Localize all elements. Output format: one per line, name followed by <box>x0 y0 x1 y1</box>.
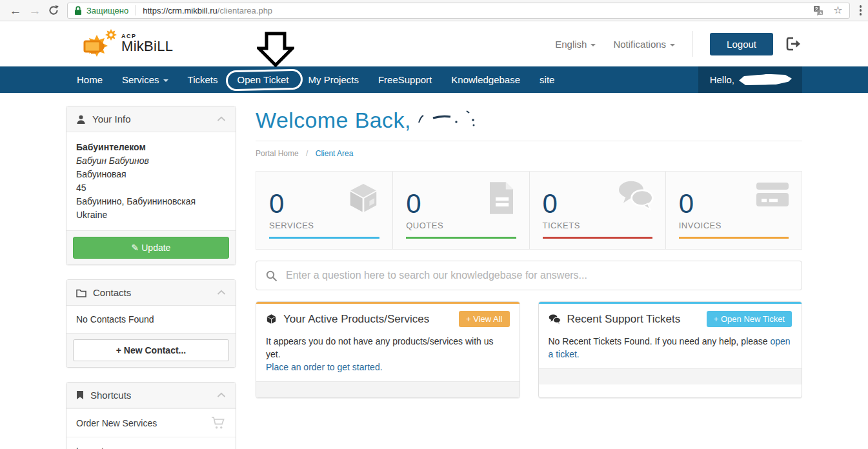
logout-button[interactable]: Logout <box>710 33 773 55</box>
folder-icon <box>76 288 86 297</box>
breadcrumb-portal-home[interactable]: Portal Home <box>256 149 299 158</box>
chevron-up-icon[interactable] <box>217 290 226 295</box>
lock-icon[interactable] <box>74 6 82 15</box>
breadcrumb: Portal Home / Client Area <box>256 149 802 158</box>
url-path: /clientarea.php <box>217 6 272 15</box>
recent-tickets-panel: Recent Support Tickets + Open New Ticket… <box>538 301 803 398</box>
sidebar: Your Info Бабуинтелеком Бабуин Бабуинов … <box>66 93 236 449</box>
update-button[interactable]: ✎ Update <box>73 237 229 259</box>
stat-label: SERVICES <box>269 221 379 230</box>
document-icon <box>485 181 518 218</box>
products-panel-title: Your Active Products/Services <box>283 313 429 326</box>
chevron-down-icon <box>670 44 675 46</box>
back-arrow-icon: ← <box>213 444 226 449</box>
shortcut-logout[interactable]: Logout ← <box>66 437 236 449</box>
client-address: Бабуиновая <box>76 168 226 181</box>
your-info-title: Your Info <box>92 114 131 125</box>
breadcrumb-separator: / <box>306 149 308 158</box>
redacted-name-scribble <box>415 107 499 129</box>
browser-reload-icon[interactable] <box>48 5 59 16</box>
stat-label: INVOICES <box>679 221 789 230</box>
products-panel-footer <box>256 381 520 397</box>
greeting-label: Hello, <box>710 74 734 85</box>
page-title: Welcome Back, <box>256 107 802 133</box>
shortcuts-title: Shortcuts <box>90 390 131 401</box>
shortcut-order-new-services[interactable]: Order New Services <box>66 408 236 437</box>
site-header: ACP MikBiLL English Notifications Logout <box>0 21 868 66</box>
update-label: Update <box>141 243 170 253</box>
chat-bubbles-icon <box>549 314 561 324</box>
browser-menu-icon[interactable] <box>860 5 862 15</box>
chevron-up-icon[interactable] <box>217 116 226 122</box>
stats-strip: 0 SERVICES 0 QUOTES 0 TICKETS <box>256 171 802 250</box>
credit-card-icon <box>755 181 790 212</box>
mikbill-logo-icon <box>83 26 124 61</box>
address-bar[interactable]: Защищено https://crm.mikbill.ru/clientar… <box>67 3 850 19</box>
your-info-body: Бабуинтелеком Бабуин Бабуинов Бабуиновая… <box>66 132 236 230</box>
browser-toolbar: ← → Защищено https://crm.mikbill.ru/clie… <box>0 0 868 21</box>
open-new-ticket-button[interactable]: + Open New Ticket <box>707 311 792 327</box>
nav-label: Services <box>122 74 159 85</box>
products-empty-text: It appears you do not have any products/… <box>266 336 494 359</box>
nav-item-services[interactable]: Services <box>112 66 178 93</box>
nav-user-greeting[interactable]: Hello, <box>698 66 802 93</box>
contacts-empty-text: No Contacts Found <box>66 306 236 333</box>
nav-item-freesupport[interactable]: FreeSupport <box>368 66 441 93</box>
search-icon <box>266 270 277 281</box>
your-info-panel: Your Info Бабуинтелеком Бабуин Бабуинов … <box>66 106 236 265</box>
nav-item-site[interactable]: site <box>530 66 564 93</box>
stat-quotes: 0 QUOTES <box>392 172 529 249</box>
notifications-label: Notifications <box>613 39 666 50</box>
nav-item-home[interactable]: Home <box>67 66 112 93</box>
knowledgebase-search <box>256 261 802 290</box>
language-dropdown[interactable]: English <box>555 39 596 50</box>
tickets-panel-header: Recent Support Tickets + Open New Ticket <box>539 304 802 332</box>
stat-tickets: 0 TICKETS <box>529 172 665 249</box>
stat-label: QUOTES <box>406 221 516 230</box>
chevron-up-icon[interactable] <box>217 392 226 398</box>
chevron-down-icon <box>590 44 596 46</box>
address-divider <box>135 5 136 15</box>
nav-item-my-projects[interactable]: My Projects <box>299 66 368 93</box>
nav-label: FreeSupport <box>378 74 432 85</box>
place-order-link[interactable]: Place an order to get started. <box>266 362 383 372</box>
tickets-panel-footer <box>539 368 802 384</box>
contacts-title: Contacts <box>93 287 131 298</box>
browser-back-icon[interactable]: ← <box>8 5 23 17</box>
stat-underline <box>679 237 789 239</box>
view-all-button[interactable]: + View All <box>459 311 510 327</box>
annotation-arrow-down <box>257 32 294 67</box>
stat-underline <box>543 237 652 239</box>
user-icon <box>76 114 86 125</box>
language-label: English <box>555 39 587 50</box>
contacts-header[interactable]: Contacts <box>66 280 236 306</box>
nav-label: My Projects <box>308 74 359 85</box>
shortcuts-panel: Shortcuts Order New Services Logout ← <box>66 382 236 449</box>
nav-label: Open Ticket <box>237 74 289 85</box>
browser-forward-icon[interactable]: → <box>27 5 43 17</box>
client-name: Бабуин Бабуинов <box>76 154 226 168</box>
new-contact-button[interactable]: + New Contact... <box>73 339 229 361</box>
translate-icon[interactable] <box>813 5 823 15</box>
shortcut-label: Order New Services <box>76 418 157 428</box>
nav-item-tickets[interactable]: Tickets <box>178 66 228 93</box>
title-divider <box>256 141 802 141</box>
sign-out-icon[interactable] <box>785 36 802 52</box>
nav-item-open-ticket[interactable]: Open Ticket <box>228 66 299 93</box>
stat-invoices: 0 INVOICES <box>665 172 802 249</box>
mikbill-logo[interactable]: ACP MikBiLL <box>83 26 173 61</box>
nav-label: Tickets <box>188 74 218 85</box>
cart-icon <box>211 416 226 430</box>
box-icon <box>266 314 277 324</box>
active-products-panel: Your Active Products/Services + View All… <box>256 301 520 398</box>
stat-label: TICKETS <box>543 221 652 230</box>
your-info-footer: ✎ Update <box>66 230 236 264</box>
notifications-dropdown[interactable]: Notifications <box>613 39 675 50</box>
your-info-header[interactable]: Your Info <box>66 106 236 132</box>
shortcuts-header[interactable]: Shortcuts <box>66 383 236 408</box>
nav-item-knowledgebase[interactable]: Knowledgebase <box>441 66 530 93</box>
knowledgebase-search-input[interactable] <box>285 269 792 282</box>
bookmark-icon <box>76 390 84 400</box>
nav-label: Home <box>77 74 103 85</box>
bookmark-star-icon[interactable]: ☆ <box>833 5 842 15</box>
